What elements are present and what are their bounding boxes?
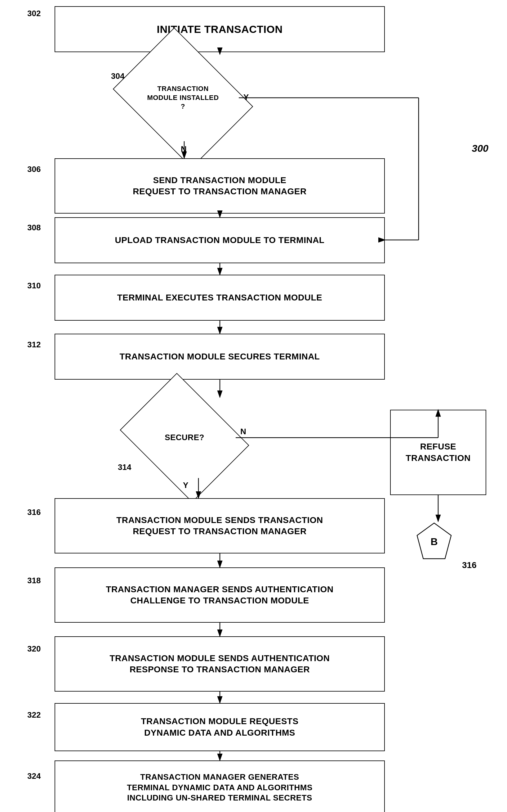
- branch-n-304: N: [181, 144, 187, 154]
- connector-b: B: [415, 521, 453, 562]
- diamond-label-314: SECURE?: [165, 433, 204, 443]
- step-label-302: 302: [27, 9, 41, 18]
- step-label-308: 308: [27, 223, 41, 233]
- box-upload-module: UPLOAD TRANSACTION MODULE TO TERMINAL: [55, 217, 385, 263]
- step-label-316-right: 316: [462, 560, 476, 570]
- box-terminal-executes: TERMINAL EXECUTES TRANSACTION MODULE: [55, 275, 385, 321]
- branch-y-304: Y: [243, 93, 249, 102]
- box-generates-data: TRANSACTION MANAGER GENERATESTERMINAL DY…: [55, 760, 385, 812]
- step-label-316-left: 316: [27, 507, 41, 517]
- box-auth-response: TRANSACTION MODULE SENDS AUTHENTICATIONR…: [55, 636, 385, 692]
- ref-300: 300: [472, 143, 489, 154]
- step-label-318: 318: [27, 576, 41, 586]
- box-initiate-transaction: INITIATE TRANSACTION: [55, 6, 385, 52]
- step-label-324: 324: [27, 771, 41, 781]
- box-refuse-transaction: REFUSETRANSACTION: [390, 410, 486, 495]
- step-label-320: 320: [27, 644, 41, 654]
- box-auth-challenge: TRANSACTION MANAGER SENDS AUTHENTICATION…: [55, 567, 385, 623]
- step-label-310: 310: [27, 281, 41, 291]
- branch-y-314: Y: [183, 480, 188, 490]
- box-send-request: SEND TRANSACTION MODULEREQUEST TO TRANSA…: [55, 158, 385, 213]
- diamond-module-installed: TRANSACTIONMODULE INSTALLED?: [127, 54, 239, 141]
- step-label-314: 314: [118, 462, 131, 472]
- step-label-322: 322: [27, 710, 41, 720]
- box-secures-terminal: TRANSACTION MODULE SECURES TERMINAL: [55, 334, 385, 379]
- step-label-306: 306: [27, 164, 41, 174]
- branch-n-314: N: [240, 427, 246, 437]
- box-sends-request-316: TRANSACTION MODULE SENDS TRANSACTIONREQU…: [55, 498, 385, 553]
- box-requests-data: TRANSACTION MODULE REQUESTSDYNAMIC DATA …: [55, 703, 385, 751]
- diamond-secure: SECURE?: [133, 397, 236, 478]
- diamond-label-304: TRANSACTIONMODULE INSTALLED?: [147, 85, 219, 111]
- step-label-312: 312: [27, 340, 41, 350]
- flowchart-container: 300 302 INITIATE TRANSACTION 304 TRANSAC…: [0, 0, 507, 812]
- connector-b-label: B: [431, 536, 438, 548]
